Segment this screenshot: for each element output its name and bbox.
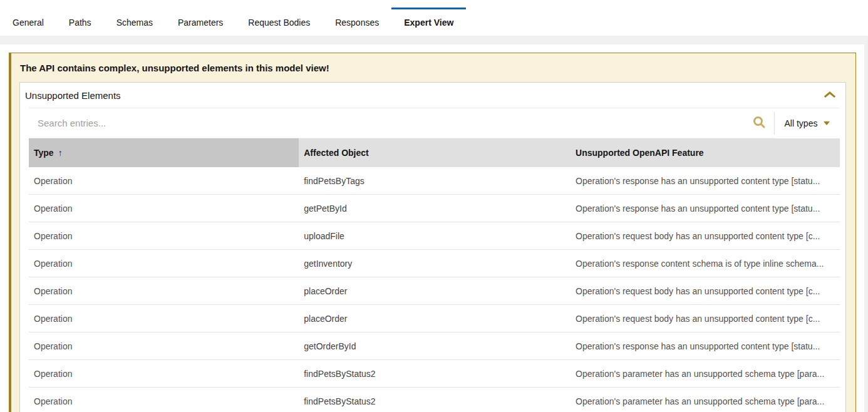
collapse-button[interactable] bbox=[823, 90, 837, 101]
cell-affected-object: placeOrder bbox=[299, 305, 571, 332]
tab-general[interactable]: General bbox=[0, 8, 56, 36]
tab-paths[interactable]: Paths bbox=[56, 8, 104, 36]
tab-label: Request Bodies bbox=[248, 18, 310, 28]
panel-title: Unsupported Elements bbox=[25, 90, 121, 101]
cell-affected-object: findPetsByTags bbox=[299, 167, 571, 195]
tab-label: Responses bbox=[335, 18, 379, 28]
cell-unsupported-feature: Operation's response has an unsupported … bbox=[571, 195, 840, 222]
cell-unsupported-feature: Operation's response content schema is o… bbox=[571, 250, 840, 277]
cell-unsupported-feature: Operation's request body has an unsuppor… bbox=[571, 277, 840, 305]
table-row[interactable]: Operation placeOrder Operation's request… bbox=[29, 277, 840, 305]
unsupported-elements-panel: Unsupported Elements bbox=[19, 82, 846, 412]
toolbar-strip bbox=[0, 36, 868, 44]
table-row[interactable]: Operation placeOrder Operation's request… bbox=[29, 305, 840, 332]
table-row[interactable]: Operation findPetsByTags Operation's res… bbox=[29, 167, 840, 195]
cell-unsupported-feature: Operation's parameter has an unsupported… bbox=[571, 388, 840, 412]
cell-type: Operation bbox=[29, 222, 299, 250]
table-row[interactable]: Operation getInventory Operation's respo… bbox=[29, 250, 840, 277]
column-label: Affected Object bbox=[304, 148, 368, 158]
cell-unsupported-feature: Operation's response has an unsupported … bbox=[571, 167, 840, 195]
unsupported-elements-table: Type↑ Affected Object Unsupported OpenAP… bbox=[29, 138, 840, 412]
column-header-type[interactable]: Type↑ bbox=[29, 138, 299, 167]
cell-type: Operation bbox=[29, 250, 299, 277]
tab-label: Parameters bbox=[178, 18, 223, 28]
table-row[interactable]: Operation getPetById Operation's respons… bbox=[29, 195, 840, 222]
tab-parameters[interactable]: Parameters bbox=[165, 8, 235, 36]
tab-schemas[interactable]: Schemas bbox=[104, 8, 165, 36]
cell-type: Operation bbox=[29, 388, 299, 412]
tab-request-bodies[interactable]: Request Bodies bbox=[235, 8, 323, 36]
cell-affected-object: findPetsByStatus2 bbox=[299, 360, 571, 388]
cell-affected-object: getPetById bbox=[299, 195, 571, 222]
cell-type: Operation bbox=[29, 360, 299, 388]
table-body: Operation findPetsByTags Operation's res… bbox=[29, 167, 840, 412]
tab-label: Expert View bbox=[404, 18, 453, 28]
table-row[interactable]: Operation uploadFile Operation's request… bbox=[29, 222, 840, 250]
cell-type: Operation bbox=[29, 167, 299, 195]
warning-banner: The API contains complex, unsupported el… bbox=[9, 53, 856, 412]
search-icon bbox=[752, 115, 766, 131]
tab-label: Paths bbox=[69, 18, 91, 28]
cell-unsupported-feature: Operation's request body has an unsuppor… bbox=[571, 222, 840, 250]
cell-unsupported-feature: Operation's parameter has an unsupported… bbox=[571, 360, 840, 388]
cell-type: Operation bbox=[29, 277, 299, 305]
warning-message: The API contains complex, unsupported el… bbox=[20, 63, 846, 73]
cell-unsupported-feature: Operation's response has an unsupported … bbox=[571, 332, 840, 360]
cell-type: Operation bbox=[29, 332, 299, 360]
search-box bbox=[29, 108, 774, 138]
cell-affected-object: placeOrder bbox=[299, 277, 571, 305]
search-button[interactable] bbox=[744, 115, 774, 131]
type-filter-dropdown[interactable]: All types bbox=[775, 108, 840, 138]
cell-affected-object: uploadFile bbox=[299, 222, 571, 250]
cell-unsupported-feature: Operation's request body has an unsuppor… bbox=[571, 305, 840, 332]
tab-expert-view[interactable]: Expert View bbox=[391, 8, 466, 36]
tab-bar: General Paths Schemas Parameters Request… bbox=[0, 0, 868, 36]
column-label: Unsupported OpenAPI Feature bbox=[576, 148, 704, 158]
column-header-affected-object[interactable]: Affected Object bbox=[299, 138, 571, 167]
table-row[interactable]: Operation getOrderById Operation's respo… bbox=[29, 332, 840, 360]
caret-down-icon bbox=[824, 121, 830, 125]
cell-affected-object: getInventory bbox=[299, 250, 571, 277]
cell-type: Operation bbox=[29, 195, 299, 222]
sort-ascending-icon: ↑ bbox=[58, 148, 63, 158]
cell-affected-object: findPetsByStatus2 bbox=[299, 388, 571, 412]
tab-responses[interactable]: Responses bbox=[323, 8, 391, 36]
tab-label: Schemas bbox=[116, 18, 153, 28]
column-header-unsupported-feature[interactable]: Unsupported OpenAPI Feature bbox=[571, 138, 840, 167]
table-row[interactable]: Operation findPetsByStatus2 Operation's … bbox=[29, 360, 840, 388]
type-filter-label: All types bbox=[785, 118, 818, 128]
search-input[interactable] bbox=[29, 108, 744, 138]
column-label: Type bbox=[34, 148, 54, 158]
tab-label: General bbox=[13, 18, 44, 28]
cell-affected-object: getOrderById bbox=[299, 332, 571, 360]
table-row[interactable]: Operation findPetsByStatus2 Operation's … bbox=[29, 388, 840, 412]
panel-header: Unsupported Elements bbox=[20, 83, 845, 108]
chevron-up-icon bbox=[824, 91, 835, 100]
scrollbar-track[interactable] bbox=[864, 36, 868, 412]
cell-type: Operation bbox=[29, 305, 299, 332]
search-row: All types bbox=[29, 108, 840, 138]
